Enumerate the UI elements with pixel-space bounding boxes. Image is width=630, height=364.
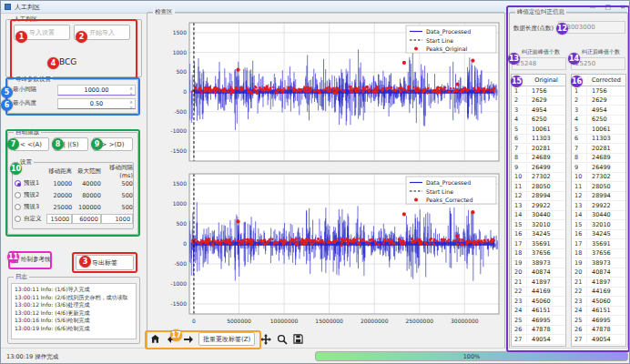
table-row[interactable]: 2040874 bbox=[572, 268, 625, 278]
chart-bottom[interactable]: 150010005000-500-1000-150005000000100000… bbox=[149, 168, 503, 330]
radio-icon[interactable] bbox=[15, 192, 21, 198]
preset-label[interactable]: 自定义 bbox=[24, 215, 42, 223]
table-row[interactable]: 720281 bbox=[572, 144, 625, 154]
table-row[interactable]: 510061 bbox=[572, 125, 625, 135]
spinner-arrows-icon[interactable]: ∧∨ bbox=[129, 86, 133, 96]
table-row[interactable]: 1329922 bbox=[512, 201, 565, 211]
custom-value-input[interactable]: 15000 bbox=[46, 214, 72, 224]
log-output[interactable]: 13:00:11 Info: (1/6)导入完成13:00:11 Info: (… bbox=[11, 283, 137, 339]
forward-arrow-icon[interactable] bbox=[182, 333, 194, 345]
radio-icon[interactable] bbox=[15, 180, 21, 187]
table-row[interactable]: 2244169 bbox=[512, 288, 565, 298]
table-row[interactable]: 1837656 bbox=[572, 249, 625, 259]
table-row[interactable]: 2546995 bbox=[512, 316, 565, 326]
chart-top[interactable]: 150010005000-500-1000-1500Data_Processed… bbox=[149, 17, 503, 168]
batch-edit-labels-button[interactable]: 批量更改标签(Z) bbox=[198, 332, 255, 346]
table-row[interactable]: 1329922 bbox=[572, 201, 625, 211]
table-row[interactable]: 22629 bbox=[572, 96, 625, 106]
table-row[interactable]: 1430440 bbox=[512, 211, 565, 221]
table-row[interactable]: 2749054 bbox=[572, 335, 625, 345]
export-labels-button[interactable]: 导出标签 bbox=[76, 255, 134, 270]
svg-text:1000: 1000 bbox=[173, 200, 187, 207]
table-row[interactable]: 34954 bbox=[572, 106, 625, 116]
reference-line-checkbox[interactable]: 绘制参考线 bbox=[12, 256, 51, 264]
table-row[interactable]: 1027302 bbox=[512, 173, 565, 183]
table-row[interactable]: 1532010 bbox=[572, 220, 625, 230]
table-row[interactable]: 2345060 bbox=[512, 297, 565, 307]
row-index: 5 bbox=[572, 126, 587, 133]
pause-button[interactable]: | |(S) bbox=[54, 137, 88, 151]
table-row[interactable]: 926499 bbox=[572, 163, 625, 173]
preset-label[interactable]: 预设2 bbox=[24, 191, 39, 199]
table-row[interactable]: 2546995 bbox=[572, 316, 625, 326]
radio-icon[interactable] bbox=[15, 216, 21, 222]
table-row[interactable]: 1532010 bbox=[512, 220, 565, 230]
start-import-button[interactable]: 开始导入 bbox=[74, 25, 130, 40]
step-forward-button[interactable]: > >(D) bbox=[93, 137, 133, 151]
custom-value-input[interactable]: 60000 bbox=[72, 214, 101, 224]
table-row[interactable]: 2141897 bbox=[572, 278, 625, 288]
minimize-button[interactable]: — bbox=[590, 4, 596, 11]
zoom-icon[interactable] bbox=[276, 333, 288, 345]
preset-label[interactable]: 预设3 bbox=[24, 203, 39, 211]
table-row[interactable]: 2446151 bbox=[572, 307, 625, 317]
home-icon[interactable] bbox=[149, 333, 161, 345]
peak-value: 26499 bbox=[587, 164, 625, 171]
row-index: 9 bbox=[572, 164, 587, 171]
save-icon[interactable] bbox=[292, 333, 304, 345]
table-row[interactable]: 2244169 bbox=[572, 288, 625, 298]
table-row[interactable]: 1128050 bbox=[512, 182, 565, 192]
table-row[interactable]: 824689 bbox=[572, 154, 625, 164]
preset-label[interactable]: 预设1 bbox=[24, 179, 39, 187]
table-row[interactable]: 2647878 bbox=[512, 326, 565, 336]
table-row[interactable]: 611303 bbox=[512, 135, 565, 145]
table-row[interactable]: 1837656 bbox=[512, 249, 565, 259]
table-row[interactable]: 22629 bbox=[512, 96, 565, 106]
table-row[interactable]: 1430440 bbox=[572, 211, 625, 221]
table-row[interactable]: 34954 bbox=[512, 106, 565, 116]
table-row[interactable]: 1027302 bbox=[572, 173, 625, 183]
checkbox-icon[interactable] bbox=[12, 257, 18, 263]
corrected-peaks-table[interactable]: Corrected1175622629349544625051006161130… bbox=[571, 74, 626, 347]
table-row[interactable]: 1735691 bbox=[512, 239, 565, 249]
table-row[interactable]: 1228994 bbox=[512, 192, 565, 202]
table-row[interactable]: 510061 bbox=[512, 125, 565, 135]
radio-icon[interactable] bbox=[15, 204, 21, 210]
min-interval-spinbox[interactable]: 1000.00 ∧∨ bbox=[57, 85, 136, 96]
plot-toolbar: 批量更改标签(Z) bbox=[149, 332, 304, 346]
table-row[interactable]: 1634245 bbox=[572, 230, 625, 240]
table-row[interactable]: 2749054 bbox=[512, 335, 565, 345]
spinner-arrows-icon[interactable]: ∧∨ bbox=[129, 99, 133, 110]
row-index: 6 bbox=[512, 135, 527, 142]
table-row[interactable]: 2141897 bbox=[512, 278, 565, 288]
original-peaks-table[interactable]: Original11756226293495446250510061611303… bbox=[511, 74, 566, 347]
custom-value-input[interactable]: 1000 bbox=[101, 214, 133, 224]
table-row[interactable]: 1938973 bbox=[512, 258, 565, 268]
maximize-button[interactable]: □ bbox=[605, 4, 612, 11]
table-row[interactable]: 46250 bbox=[512, 116, 565, 126]
table-row[interactable]: 2446151 bbox=[512, 307, 565, 317]
table-row[interactable]: 1128050 bbox=[572, 182, 625, 192]
table-row[interactable]: 2647878 bbox=[572, 326, 625, 336]
close-button[interactable]: ✕ bbox=[620, 4, 625, 11]
peak-value: 27302 bbox=[587, 173, 625, 180]
step-back-button[interactable]: < <(A) bbox=[13, 137, 49, 151]
table-row[interactable]: 46250 bbox=[572, 116, 625, 126]
table-row[interactable]: 926499 bbox=[512, 163, 565, 173]
table-row[interactable]: 1228994 bbox=[572, 192, 625, 202]
pan-icon[interactable] bbox=[259, 333, 271, 345]
table-row[interactable]: 11756 bbox=[512, 86, 565, 96]
table-row[interactable]: 824689 bbox=[512, 154, 565, 164]
table-row[interactable]: 2345060 bbox=[572, 297, 625, 307]
table-row[interactable]: 720281 bbox=[512, 144, 565, 154]
table-row[interactable]: 11756 bbox=[572, 86, 625, 96]
table-row[interactable]: 2040874 bbox=[512, 268, 565, 278]
back-arrow-icon[interactable] bbox=[166, 333, 178, 345]
min-height-spinbox[interactable]: 0.50 ∧∨ bbox=[57, 98, 136, 109]
table-row[interactable]: 611303 bbox=[572, 135, 625, 145]
row-index: 25 bbox=[572, 317, 587, 324]
table-row[interactable]: 1735691 bbox=[572, 239, 625, 249]
import-settings-button[interactable]: 导入设置 bbox=[14, 25, 70, 40]
table-row[interactable]: 1634245 bbox=[512, 230, 565, 240]
table-row[interactable]: 1938973 bbox=[572, 258, 625, 268]
